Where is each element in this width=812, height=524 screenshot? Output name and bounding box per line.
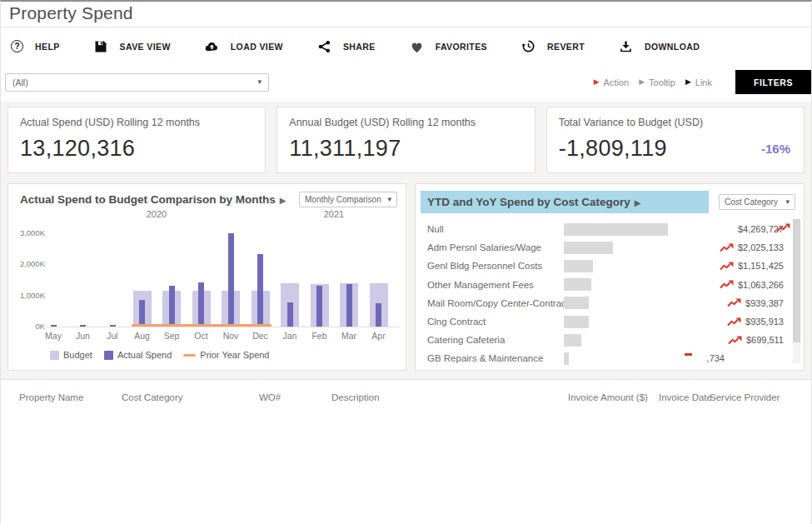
x-axis-label: Feb — [305, 331, 335, 341]
y-axis-tick: 1,000K — [13, 291, 45, 300]
actual-spend-bar[interactable] — [80, 325, 86, 327]
category-row[interactable]: Catering Cafeteria$699,511 — [427, 331, 804, 349]
category-row[interactable]: Other Management Fees$1,063,266 — [427, 276, 804, 294]
actual-spend-bar[interactable] — [257, 254, 263, 327]
legend-budget: Budget — [50, 350, 92, 360]
category-bar[interactable] — [564, 352, 569, 365]
chevron-down-icon: ▾ — [257, 78, 262, 86]
all-filter-dropdown[interactable]: (All) ▾ — [5, 73, 269, 92]
scrollbar-thumb[interactable] — [793, 219, 800, 342]
kpi-total-variance: Total Variance to Budget (USD) -1,809,11… — [546, 107, 805, 173]
x-axis-label: Dec — [246, 331, 276, 341]
col-invoice-date[interactable]: Invoice Date — [659, 392, 710, 402]
category-row[interactable]: Clng Contract$935,913 — [427, 312, 804, 331]
action-play-icon: ▶ — [594, 78, 600, 86]
bar-zone — [564, 334, 674, 347]
kpi-label: Actual Spend (USD) Rolling 12 months — [20, 117, 253, 128]
play-icon: ▶ — [280, 196, 286, 205]
category-bar[interactable] — [564, 334, 581, 347]
download-icon — [619, 39, 633, 53]
actual-spend-bar[interactable] — [228, 233, 234, 327]
bar-zone — [564, 260, 674, 272]
share-label: SHARE — [343, 42, 376, 52]
category-value: $1,151,425 — [738, 261, 784, 271]
monthly-comparison-panel: Actual Spend to Budget Comparison by Mon… — [7, 183, 406, 371]
actual-spend-bar[interactable] — [139, 300, 145, 327]
x-axis-label: Aug — [127, 331, 157, 341]
category-bar[interactable] — [564, 278, 591, 291]
legend-link-label: Link — [695, 77, 712, 87]
category-bar[interactable] — [564, 242, 613, 254]
bar-zone — [564, 316, 674, 328]
cost-category-dropdown[interactable]: Cost Category ▾ — [719, 194, 795, 210]
value-cell: $2,025,133 — [674, 242, 804, 252]
category-row[interactable]: Genl Bldg Personnel Costs$1,151,425 — [427, 257, 804, 275]
category-bar[interactable] — [564, 260, 593, 272]
actual-spend-bar[interactable] — [169, 286, 175, 327]
bar-zone — [564, 223, 674, 236]
col-invoice-amount[interactable]: Invoice Amount ($) — [568, 392, 659, 402]
value-cell: $939,387 — [674, 298, 804, 308]
category-bar[interactable] — [564, 223, 668, 236]
actual-spend-bar[interactable] — [376, 303, 381, 327]
save-view-button[interactable]: SAVE VIEW — [94, 39, 171, 53]
chevron-down-icon: ▾ — [387, 196, 391, 203]
revert-button[interactable]: REVERT — [521, 39, 585, 53]
scrollbar[interactable] — [793, 219, 800, 363]
actual-spend-legend-label: Actual Spend — [117, 350, 172, 360]
x-axis-label: Sep — [157, 331, 187, 341]
value-cell: $1,151,425 — [674, 261, 804, 271]
legend-action: ▶ Action — [594, 77, 630, 87]
save-view-label: SAVE VIEW — [120, 42, 171, 52]
prior-year-line[interactable] — [132, 324, 271, 327]
kpi-annual-budget: Annual Budget (USD) Rolling 12 months 11… — [276, 107, 535, 173]
load-view-button[interactable]: LOAD VIEW — [205, 39, 283, 53]
value-cell: $935,913 — [674, 317, 804, 327]
category-row[interactable]: Null$4,269,727 — [427, 220, 804, 238]
actual-spend-bar[interactable] — [346, 284, 352, 327]
trend-partial-icon — [685, 353, 692, 356]
kpi-value: 11,311,197 — [289, 136, 522, 162]
help-icon: ? — [11, 40, 23, 52]
comparison-mode-dropdown[interactable]: Monthly Comparison ▾ — [299, 192, 397, 207]
download-button[interactable]: DOWNLOAD — [619, 39, 700, 53]
value-cell: ,734 — [674, 353, 804, 364]
cloud-upload-icon — [205, 39, 219, 53]
monthly-chart-area: 0K1,000K2,000K3,000KMayJunJulAugSepOctNo… — [13, 222, 401, 343]
category-bar[interactable] — [564, 316, 589, 328]
trend-up-icon — [727, 298, 741, 307]
actual-spend-bar[interactable] — [51, 325, 57, 327]
actual-spend-bar[interactable] — [316, 286, 322, 327]
category-row[interactable]: Adm Persnl Salaries/Wage$2,025,133 — [427, 238, 804, 257]
filters-button[interactable]: FILTERS — [735, 70, 811, 94]
category-value: $935,913 — [745, 317, 784, 327]
col-wo-number[interactable]: WO# — [259, 392, 331, 402]
link-play-icon: ▶ — [685, 78, 691, 86]
help-button[interactable]: ? HELP — [11, 40, 60, 52]
favorites-button[interactable]: FAVORITES — [410, 39, 487, 53]
x-axis-label: Jun — [68, 331, 98, 341]
kpi-value: -1,809,119 — [559, 136, 792, 162]
category-label: Other Management Fees — [427, 280, 564, 290]
invoice-table-header: Property Name Cost Category WO# Descript… — [1, 380, 811, 402]
x-axis-label: Mar — [334, 331, 364, 341]
col-property-name[interactable]: Property Name — [19, 392, 122, 402]
kpi-value: 13,120,316 — [20, 136, 253, 162]
actual-spend-bar[interactable] — [287, 302, 293, 327]
actual-spend-bar[interactable] — [110, 325, 116, 327]
category-row[interactable]: Mail Room/Copy Center-Contract$939,387 — [427, 294, 804, 312]
charts-row: Actual Spend to Budget Comparison by Mon… — [7, 183, 805, 371]
col-service-provider[interactable]: Service Provider — [710, 392, 811, 402]
col-cost-category[interactable]: Cost Category — [122, 392, 259, 402]
share-button[interactable]: SHARE — [317, 39, 376, 53]
category-bar[interactable] — [564, 297, 589, 309]
category-row[interactable]: GB Repairs & Maintenance,734 — [427, 349, 804, 367]
download-label: DOWNLOAD — [645, 42, 700, 52]
x-axis-line — [47, 327, 399, 327]
bar-zone — [564, 242, 674, 254]
trend-up-icon — [720, 243, 734, 252]
col-description[interactable]: Description — [331, 392, 568, 402]
actual-spend-bar[interactable] — [198, 282, 204, 327]
category-label: Adm Persnl Salaries/Wage — [427, 242, 564, 252]
prior-year-legend-label: Prior Year Spend — [200, 350, 269, 360]
